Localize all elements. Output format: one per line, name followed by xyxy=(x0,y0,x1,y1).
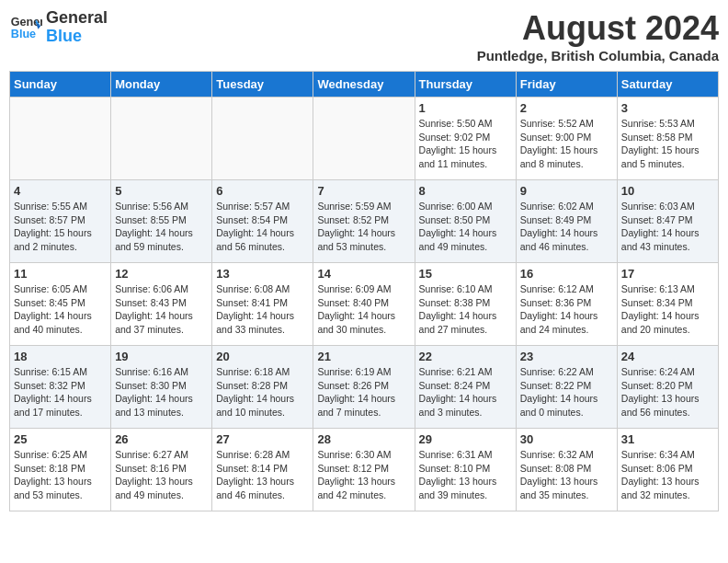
calendar-cell: 17Sunrise: 6:13 AMSunset: 8:34 PMDayligh… xyxy=(617,263,718,346)
day-number: 27 xyxy=(216,432,309,446)
day-number: 6 xyxy=(216,184,309,198)
calendar-cell: 9Sunrise: 6:02 AMSunset: 8:49 PMDaylight… xyxy=(516,180,617,263)
day-number: 31 xyxy=(621,432,714,446)
header: General Blue General Blue August 2024 Pu… xyxy=(9,9,719,63)
day-info: Sunrise: 6:18 AMSunset: 8:28 PMDaylight:… xyxy=(216,365,309,419)
calendar-cell: 21Sunrise: 6:19 AMSunset: 8:26 PMDayligh… xyxy=(313,346,415,429)
day-header-sunday: Sunday xyxy=(10,72,111,98)
day-info: Sunrise: 6:09 AMSunset: 8:40 PMDaylight:… xyxy=(317,282,410,337)
day-info: Sunrise: 6:13 AMSunset: 8:34 PMDaylight:… xyxy=(621,282,714,337)
calendar-cell: 5Sunrise: 5:56 AMSunset: 8:55 PMDaylight… xyxy=(111,180,212,263)
calendar-cell: 13Sunrise: 6:08 AMSunset: 8:41 PMDayligh… xyxy=(212,263,313,346)
day-number: 10 xyxy=(621,184,714,198)
day-number: 28 xyxy=(317,432,410,446)
day-info: Sunrise: 5:56 AMSunset: 8:55 PMDaylight:… xyxy=(115,200,208,254)
calendar-cell: 3Sunrise: 5:53 AMSunset: 8:58 PMDaylight… xyxy=(617,98,718,180)
week-row-3: 11Sunrise: 6:05 AMSunset: 8:45 PMDayligh… xyxy=(10,263,719,346)
day-info: Sunrise: 5:57 AMSunset: 8:54 PMDaylight:… xyxy=(216,200,309,254)
logo: General Blue General Blue xyxy=(9,9,108,46)
calendar-cell: 28Sunrise: 6:30 AMSunset: 8:12 PMDayligh… xyxy=(313,429,415,511)
calendar-cell: 15Sunrise: 6:10 AMSunset: 8:38 PMDayligh… xyxy=(415,263,516,346)
day-number: 21 xyxy=(317,350,410,363)
calendar-cell xyxy=(10,98,111,180)
month-title: August 2024 xyxy=(477,9,719,48)
title-area: August 2024 Puntledge, British Columbia,… xyxy=(477,9,719,63)
svg-text:Blue: Blue xyxy=(11,28,36,40)
calendar-cell: 12Sunrise: 6:06 AMSunset: 8:43 PMDayligh… xyxy=(111,263,212,346)
day-info: Sunrise: 6:27 AMSunset: 8:16 PMDaylight:… xyxy=(115,448,208,502)
calendar-cell: 26Sunrise: 6:27 AMSunset: 8:16 PMDayligh… xyxy=(111,429,212,511)
day-number: 8 xyxy=(419,184,512,198)
day-info: Sunrise: 6:08 AMSunset: 8:41 PMDaylight:… xyxy=(216,282,309,337)
day-info: Sunrise: 6:30 AMSunset: 8:12 PMDaylight:… xyxy=(317,448,410,502)
day-number: 24 xyxy=(621,350,714,363)
calendar-cell xyxy=(313,98,415,180)
day-info: Sunrise: 6:12 AMSunset: 8:36 PMDaylight:… xyxy=(520,282,613,337)
day-number: 4 xyxy=(14,184,107,198)
day-number: 12 xyxy=(115,267,208,281)
week-row-5: 25Sunrise: 6:25 AMSunset: 8:18 PMDayligh… xyxy=(10,429,719,511)
day-header-friday: Friday xyxy=(516,72,617,98)
calendar-cell: 14Sunrise: 6:09 AMSunset: 8:40 PMDayligh… xyxy=(313,263,415,346)
calendar-cell: 20Sunrise: 6:18 AMSunset: 8:28 PMDayligh… xyxy=(212,346,313,429)
calendar-cell: 19Sunrise: 6:16 AMSunset: 8:30 PMDayligh… xyxy=(111,346,212,429)
calendar-cell: 7Sunrise: 5:59 AMSunset: 8:52 PMDaylight… xyxy=(313,180,415,263)
day-header-tuesday: Tuesday xyxy=(212,72,313,98)
week-row-4: 18Sunrise: 6:15 AMSunset: 8:32 PMDayligh… xyxy=(10,346,719,429)
day-header-thursday: Thursday xyxy=(415,72,516,98)
calendar-cell: 8Sunrise: 6:00 AMSunset: 8:50 PMDaylight… xyxy=(415,180,516,263)
calendar-cell: 11Sunrise: 6:05 AMSunset: 8:45 PMDayligh… xyxy=(10,263,111,346)
day-number: 20 xyxy=(216,350,309,363)
day-info: Sunrise: 6:19 AMSunset: 8:26 PMDaylight:… xyxy=(317,365,410,419)
day-number: 14 xyxy=(317,267,410,281)
day-number: 22 xyxy=(419,350,512,363)
day-number: 16 xyxy=(520,267,613,281)
day-info: Sunrise: 5:53 AMSunset: 8:58 PMDaylight:… xyxy=(621,117,714,171)
calendar-cell: 18Sunrise: 6:15 AMSunset: 8:32 PMDayligh… xyxy=(10,346,111,429)
week-row-2: 4Sunrise: 5:55 AMSunset: 8:57 PMDaylight… xyxy=(10,180,719,263)
day-info: Sunrise: 6:05 AMSunset: 8:45 PMDaylight:… xyxy=(14,282,107,337)
day-number: 23 xyxy=(520,350,613,363)
calendar-cell xyxy=(212,98,313,180)
day-number: 3 xyxy=(621,101,714,115)
calendar-cell: 4Sunrise: 5:55 AMSunset: 8:57 PMDaylight… xyxy=(10,180,111,263)
day-info: Sunrise: 6:28 AMSunset: 8:14 PMDaylight:… xyxy=(216,448,309,502)
calendar-cell: 24Sunrise: 6:24 AMSunset: 8:20 PMDayligh… xyxy=(617,346,718,429)
day-number: 5 xyxy=(115,184,208,198)
calendar-cell: 25Sunrise: 6:25 AMSunset: 8:18 PMDayligh… xyxy=(10,429,111,511)
day-number: 11 xyxy=(14,267,107,281)
logo-text: General Blue xyxy=(46,9,108,46)
header-row: SundayMondayTuesdayWednesdayThursdayFrid… xyxy=(10,72,719,98)
calendar-cell: 22Sunrise: 6:21 AMSunset: 8:24 PMDayligh… xyxy=(415,346,516,429)
day-info: Sunrise: 6:34 AMSunset: 8:06 PMDaylight:… xyxy=(621,448,714,502)
calendar-cell: 31Sunrise: 6:34 AMSunset: 8:06 PMDayligh… xyxy=(617,429,718,511)
day-info: Sunrise: 6:21 AMSunset: 8:24 PMDaylight:… xyxy=(419,365,512,419)
logo-icon: General Blue xyxy=(9,11,42,44)
day-info: Sunrise: 6:02 AMSunset: 8:49 PMDaylight:… xyxy=(520,200,613,254)
day-number: 17 xyxy=(621,267,714,281)
week-row-1: 1Sunrise: 5:50 AMSunset: 9:02 PMDaylight… xyxy=(10,98,719,180)
day-number: 30 xyxy=(520,432,613,446)
day-info: Sunrise: 6:24 AMSunset: 8:20 PMDaylight:… xyxy=(621,365,714,419)
calendar-cell: 1Sunrise: 5:50 AMSunset: 9:02 PMDaylight… xyxy=(415,98,516,180)
day-info: Sunrise: 5:50 AMSunset: 9:02 PMDaylight:… xyxy=(419,117,512,171)
day-info: Sunrise: 6:16 AMSunset: 8:30 PMDaylight:… xyxy=(115,365,208,419)
day-info: Sunrise: 5:55 AMSunset: 8:57 PMDaylight:… xyxy=(14,200,107,254)
day-number: 19 xyxy=(115,350,208,363)
day-header-wednesday: Wednesday xyxy=(313,72,415,98)
day-number: 13 xyxy=(216,267,309,281)
day-number: 1 xyxy=(419,101,512,115)
day-number: 2 xyxy=(520,101,613,115)
calendar-cell: 27Sunrise: 6:28 AMSunset: 8:14 PMDayligh… xyxy=(212,429,313,511)
day-info: Sunrise: 6:31 AMSunset: 8:10 PMDaylight:… xyxy=(419,448,512,502)
day-header-saturday: Saturday xyxy=(617,72,718,98)
logo-line1: General xyxy=(46,9,108,28)
day-header-monday: Monday xyxy=(111,72,212,98)
day-info: Sunrise: 5:52 AMSunset: 9:00 PMDaylight:… xyxy=(520,117,613,171)
calendar-cell: 30Sunrise: 6:32 AMSunset: 8:08 PMDayligh… xyxy=(516,429,617,511)
calendar-cell xyxy=(111,98,212,180)
day-info: Sunrise: 6:22 AMSunset: 8:22 PMDaylight:… xyxy=(520,365,613,419)
calendar: SundayMondayTuesdayWednesdayThursdayFrid… xyxy=(9,71,719,511)
day-number: 29 xyxy=(419,432,512,446)
calendar-cell: 23Sunrise: 6:22 AMSunset: 8:22 PMDayligh… xyxy=(516,346,617,429)
